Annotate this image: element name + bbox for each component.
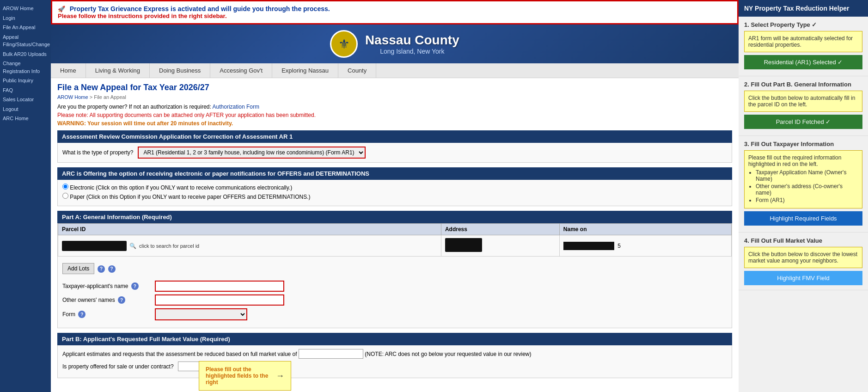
breadcrumb-home[interactable]: AROW Home (57, 94, 88, 100)
nav-living[interactable]: Living & Working (86, 63, 150, 78)
nav-home[interactable]: Home (51, 63, 86, 78)
name-cell: ████████████ 5 (559, 235, 731, 257)
step3-bullet-1: Taxpayer Application Name (Owner's Name) (756, 169, 858, 182)
top-alert-banner: 🚀 Property Tax Grievance Express is acti… (51, 0, 739, 24)
step2-note: Click the button below to automatically … (744, 91, 862, 112)
parcel-id-cell: 🔍 click to search for parcel id (58, 235, 441, 257)
alert-title: Property Tax Grievance Express is activa… (70, 5, 330, 12)
parcel-search-label[interactable]: click to search for parcel id (139, 243, 199, 249)
property-type-row: What is the type of property? AR1 (Resid… (62, 147, 727, 159)
col-address: Address (441, 224, 559, 235)
fmv-note: (NOTE: ARC does not go below your reques… (365, 351, 531, 357)
sidebar-item-public-inquiry[interactable]: Public Inquiry (2, 76, 49, 86)
help-icon-form[interactable]: ? (78, 311, 86, 318)
step3-section: 3. Fill Out Taxpayer Information Please … (739, 136, 868, 233)
step3-bullet-3: Form (AR1) (756, 197, 858, 203)
parcel-search-icon[interactable]: 🔍 (129, 243, 136, 249)
auth-form-link[interactable]: Authorization Form (213, 104, 259, 110)
taxpayer-name-input[interactable] (155, 281, 284, 292)
left-sidebar: AROW Home Login File An Appeal Appeal Fi… (0, 0, 51, 392)
part-b-body: Applicant estimates and requests that th… (57, 345, 732, 378)
help-icon-other-owners[interactable]: ? (118, 296, 125, 304)
parcel-field: 🔍 click to search for parcel id (62, 241, 437, 251)
col-parcel-id: Parcel ID (58, 224, 441, 235)
fill-tooltip: Please fill out the highlighted fields t… (199, 361, 291, 391)
table-row: 🔍 click to search for parcel id ████████… (58, 235, 732, 257)
other-owners-row: Other owners' names ? (62, 294, 727, 306)
sidebar-item-arow-home[interactable]: AROW Home (2, 4, 49, 13)
county-name: Nassau County (365, 33, 459, 48)
nav-bar: Home Living & Working Doing Business Acc… (51, 63, 739, 78)
page-title: File a New Appeal for Tax Year 2026/27 (57, 83, 732, 92)
county-banner: Nassau County Long Island, New York (51, 24, 739, 63)
form-label: Form ? (62, 311, 155, 318)
help-icon-taxpayer[interactable]: ? (131, 282, 139, 290)
sidebar-item-file-appeal[interactable]: File An Appeal (2, 23, 49, 32)
parcel-table: Parcel ID Address Name on 🔍 click to sea… (58, 223, 732, 257)
arc-options: Electronic (Click on this option if you … (62, 184, 727, 200)
nav-county[interactable]: County (338, 63, 376, 78)
tooltip-text: Please fill out the highlighted fields t… (206, 366, 272, 386)
main-content: 🚀 Property Tax Grievance Express is acti… (51, 0, 739, 392)
page-body: File a New Appeal for Tax Year 2026/27 A… (51, 78, 739, 392)
taxpayer-label: Taxpayer-applicant's name ? (62, 282, 155, 290)
arc-section-body: Electronic (Click on this option if you … (57, 180, 732, 206)
add-lots-row: Add Lots ? ? (58, 257, 732, 281)
other-owners-input[interactable] (155, 294, 284, 306)
step2-title: 2. Fill Out Part B. General Information (744, 81, 862, 88)
highlight-required-fields-button[interactable]: Highlight Required Fields (744, 211, 862, 226)
sidebar-item-sales-locator[interactable]: Sales Locator (2, 95, 49, 104)
sidebar-item-appeal-filing[interactable]: Appeal Filing/Status/Change (2, 32, 49, 49)
help-icon-1[interactable]: ? (98, 265, 105, 273)
step2-button[interactable]: Parcel ID Fetched ✓ (744, 115, 862, 129)
highlight-fmv-button[interactable]: Highlight FMV Field (744, 271, 862, 285)
property-type-label: What is the type of property? (62, 149, 133, 156)
nav-exploring[interactable]: Exploring Nassau (272, 63, 338, 78)
taxpayer-name-row: Taxpayer-applicant's name ? (62, 281, 727, 292)
step4-note: Click the button below to discover the l… (744, 247, 862, 268)
arc-section-header: ARC is Offering the option of receiving … (57, 167, 732, 180)
part-a-header: Part A: General Information (Required) (57, 211, 732, 223)
help-icon-2[interactable]: ? (108, 265, 116, 273)
sidebar-item-logout[interactable]: Logout (2, 104, 49, 114)
step3-bullets: Taxpayer Application Name (Owner's Name)… (756, 169, 858, 203)
step4-title: 4. Fill Out Full Market Value (744, 237, 862, 244)
part-b-header: Part B: Applicant's Requested Full Marke… (57, 333, 732, 345)
arc-paper-option[interactable]: Paper (Click on this Option if you ONLY … (62, 193, 727, 200)
property-type-select[interactable]: AR1 (Residential 1, 2 or 3 family house,… (138, 147, 366, 159)
part-b-text: Applicant estimates and requests that th… (62, 349, 727, 359)
property-sale-row: Is property offered for sale or under co… (62, 361, 727, 371)
right-sidebar: NY Property Tax Reduction Helper 1. Sele… (739, 0, 868, 392)
owner-question-line: Are you the property owner? If not an au… (57, 104, 732, 110)
step1-button[interactable]: Residential (AR1) Selected ✓ (744, 55, 862, 69)
form-row: Form ? (62, 308, 727, 320)
step1-section: 1. Select Property Type ✓ AR1 form will … (739, 17, 868, 76)
sidebar-item-change-reg[interactable]: Change Registration Info (2, 59, 49, 76)
fmv-input[interactable] (299, 349, 363, 359)
attachment-note: Please note: All supporting documents ca… (57, 112, 732, 118)
add-lots-button[interactable]: Add Lots (62, 263, 94, 274)
nav-business[interactable]: Doing Business (150, 63, 210, 78)
alert-subtitle: Please follow the instructions provided … (58, 12, 732, 19)
sidebar-item-faq[interactable]: FAQ (2, 86, 49, 95)
sidebar-item-bulk-ar20[interactable]: Bulk AR20 Uploads (2, 49, 49, 59)
step3-note: Please fill out the required information… (744, 150, 862, 208)
step1-note: AR1 form will be automatically selected … (744, 31, 862, 52)
arc-paper-radio[interactable] (62, 193, 68, 199)
breadcrumb-separator: > (90, 94, 94, 100)
nav-accessing[interactable]: Accessing Gov't (210, 63, 272, 78)
sidebar-item-login[interactable]: Login (2, 13, 49, 23)
sidebar-item-arc-home[interactable]: ARC Home (2, 114, 49, 123)
arc-electronic-option[interactable]: Electronic (Click on this option if you … (62, 184, 727, 191)
other-owners-label: Other owners' names ? (62, 296, 155, 304)
parcel-id-redacted (62, 241, 127, 251)
rocket-icon: 🚀 (58, 6, 65, 12)
breadcrumb-current: File an Appeal (94, 94, 126, 100)
form-select[interactable] (155, 308, 247, 320)
step3-bullet-2: Other owner's address (Co-owner's name) (756, 183, 858, 196)
arc-electronic-radio[interactable] (62, 184, 68, 190)
breadcrumb: AROW Home > File an Appeal (57, 94, 732, 100)
step2-section: 2. Fill Out Part B. General Information … (739, 76, 868, 136)
tooltip-arrow: → (276, 371, 284, 381)
ar1-section-header: Assessment Review Commission Application… (57, 130, 732, 143)
